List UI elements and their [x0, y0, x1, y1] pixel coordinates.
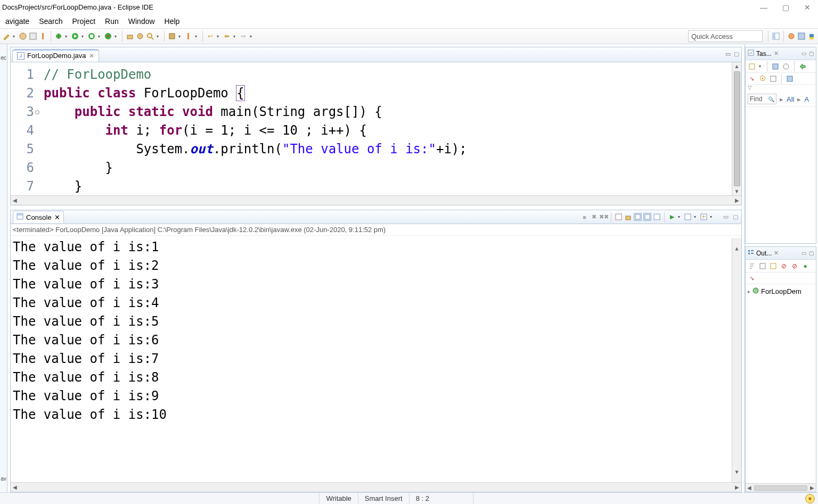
minimize-view-icon[interactable]: ▭ [722, 213, 730, 221]
hide-static-icon[interactable] [769, 262, 778, 270]
task-filter-icon[interactable] [184, 32, 193, 40]
close-tab-icon[interactable]: ✕ [54, 213, 60, 221]
menu-project[interactable]: Project [68, 15, 100, 28]
run-icon[interactable] [71, 32, 79, 40]
dropdown-icon[interactable]: ▾ [80, 34, 85, 39]
dropdown-icon[interactable]: ▾ [64, 34, 68, 39]
quick-access-field[interactable]: Quick Access [688, 30, 763, 42]
minimize-view-icon[interactable]: ▭ [801, 51, 806, 56]
dropdown-icon[interactable]: ▾ [709, 214, 713, 219]
focus-active-icon[interactable]: ➘ [748, 274, 756, 283]
dropdown-icon[interactable]: ▾ [97, 34, 101, 39]
dropdown-icon[interactable]: ▾ [216, 34, 220, 39]
coverage-icon[interactable] [87, 32, 96, 40]
tip-icon[interactable]: ♥ [805, 494, 815, 503]
display-console-icon[interactable] [684, 213, 692, 221]
back-icon[interactable]: ↩ [206, 32, 215, 40]
dropdown-icon[interactable]: ▾ [177, 34, 182, 39]
java-perspective-icon[interactable] [797, 32, 806, 40]
nav-fwd-icon[interactable]: ➡ [239, 32, 248, 40]
sort-icon[interactable] [748, 262, 756, 270]
dropdown-icon[interactable]: ▾ [232, 34, 236, 39]
tasks-breadcrumb-all[interactable]: All [787, 95, 794, 103]
console-vscrollbar[interactable]: ▲▼ [732, 238, 741, 482]
menu-run[interactable]: Run [101, 15, 123, 28]
new-class-icon[interactable] [168, 32, 176, 40]
pencil-icon[interactable] [2, 32, 11, 40]
open-type-icon[interactable] [136, 32, 144, 40]
minimize-view-icon[interactable]: ▭ [801, 250, 806, 256]
remove-launch-icon[interactable]: ✖ [590, 213, 598, 221]
close-icon[interactable]: ✕ [804, 3, 811, 12]
dropdown-icon[interactable]: ▾ [194, 34, 198, 39]
hide-local-icon[interactable]: ⊘ [790, 262, 799, 270]
status-writable: Writable [319, 493, 357, 504]
pin-console-icon[interactable] [634, 213, 642, 221]
close-view-icon[interactable]: ✕ [774, 50, 779, 57]
show-when-write-icon[interactable] [643, 213, 651, 221]
editor-tab[interactable]: J ForLoopDemo.java ✕ [12, 49, 99, 62]
word-wrap-icon[interactable] [653, 213, 661, 221]
dropdown-icon[interactable]: ▾ [156, 34, 160, 39]
palette-icon[interactable] [19, 32, 27, 40]
hide-fields-icon[interactable] [758, 262, 767, 270]
dropdown-icon[interactable]: ▾ [113, 34, 118, 39]
maximize-view-icon[interactable]: ▢ [731, 213, 739, 221]
dropdown-icon[interactable]: ▾ [693, 214, 697, 219]
clear-console-icon[interactable] [615, 213, 623, 221]
menu-window[interactable]: Window [124, 15, 159, 28]
open-console-icon[interactable]: ▶ [668, 213, 676, 221]
outline-item[interactable]: ▸ C ForLoopDem [748, 286, 814, 296]
console-output[interactable]: The value of i is:1 The value of i is:2 … [13, 238, 732, 482]
focus-icon[interactable]: ⦿ [758, 75, 767, 83]
dropdown-icon[interactable]: ▾ [12, 34, 16, 39]
console-hscrollbar[interactable]: ◀▶ [11, 482, 741, 492]
maximize-icon[interactable]: ▢ [782, 3, 789, 12]
close-tab-icon[interactable]: ✕ [89, 52, 94, 60]
open-perspective-icon[interactable] [772, 32, 780, 40]
new-task-icon[interactable] [748, 62, 756, 71]
schedule-icon[interactable] [782, 62, 790, 71]
outline-hscrollbar[interactable]: ◀▶ [746, 483, 816, 492]
maximize-view-icon[interactable]: ▢ [809, 250, 814, 256]
hide-nonpublic-icon[interactable]: ⊘ [780, 262, 788, 270]
ext-tools-icon[interactable] [104, 32, 112, 40]
collapse-all-icon[interactable]: ➘ [748, 75, 756, 83]
maximize-view-icon[interactable]: ▢ [734, 51, 739, 57]
toggle-mark-icon[interactable] [39, 32, 47, 40]
scroll-lock-icon[interactable] [624, 213, 632, 221]
maximize-view-icon[interactable]: ▢ [809, 51, 814, 56]
sync-icon[interactable] [798, 62, 807, 71]
minimize-icon[interactable]: — [760, 3, 767, 12]
tasks-toolbar-2: ➘ ⦿ [746, 73, 816, 85]
dropdown-icon[interactable]: ▾ [249, 34, 253, 39]
remove-all-icon[interactable]: ✖✖ [600, 213, 608, 221]
search-icon[interactable] [146, 32, 154, 40]
left-trim[interactable]: ec av [0, 44, 7, 492]
console-tab[interactable]: Console ✕ [13, 211, 64, 223]
link-editor-icon[interactable]: ● [801, 262, 809, 270]
editor-vscrollbar[interactable]: ▲▼ [732, 62, 741, 195]
tasks-find-field[interactable]: Find🔍 [748, 94, 776, 104]
categorize-icon[interactable] [771, 62, 780, 71]
code-area[interactable]: // ForLoopDemo public class ForLoopDemo … [40, 62, 732, 195]
new-console-icon[interactable] [700, 213, 708, 221]
filter-icon[interactable] [786, 75, 794, 83]
tasks-breadcrumb-a[interactable]: A [804, 95, 809, 103]
dropdown-icon[interactable]: ▾ [677, 214, 681, 219]
menu-help[interactable]: Help [160, 15, 184, 28]
editor-hscrollbar[interactable]: ◀▶ [11, 195, 741, 205]
minimize-view-icon[interactable]: ▭ [725, 51, 731, 57]
menu-navigate[interactable]: avigate [1, 15, 34, 28]
save-all-icon[interactable] [29, 32, 37, 40]
terminate-icon[interactable]: ■ [580, 213, 588, 221]
pydev-perspective-icon[interactable] [807, 32, 816, 40]
link-icon[interactable] [769, 75, 778, 83]
menu-search[interactable]: Search [35, 15, 67, 28]
nav-back-icon[interactable]: ⬅ [223, 32, 231, 40]
close-view-icon[interactable]: ✕ [774, 250, 779, 257]
new-package-icon[interactable] [126, 32, 134, 40]
debug-icon[interactable] [54, 32, 63, 40]
debug-perspective-icon[interactable] [787, 32, 796, 40]
dropdown-icon[interactable]: ▾ [758, 64, 762, 69]
